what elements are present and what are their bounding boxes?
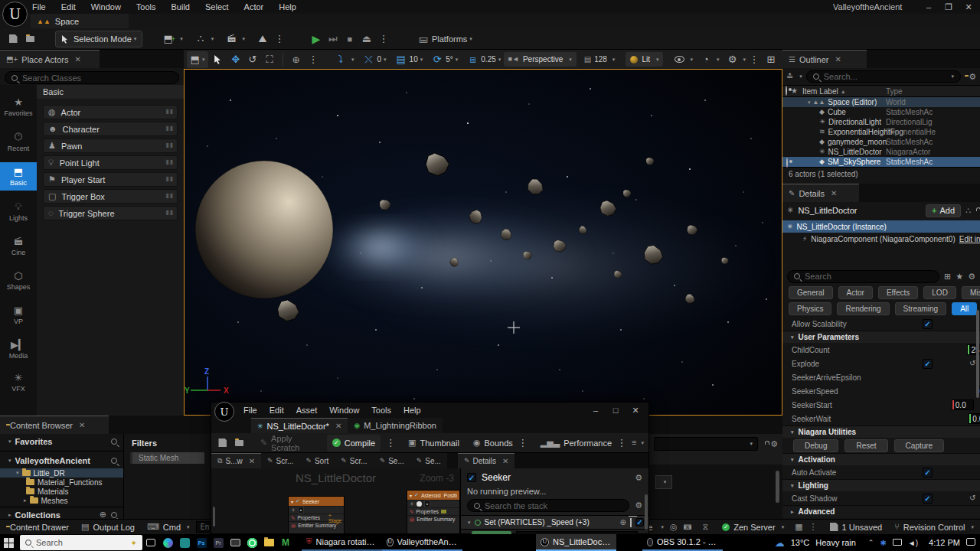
performance-viewmode-icon[interactable]: ◔ bbox=[697, 51, 714, 68]
edge-icon[interactable] bbox=[159, 535, 176, 550]
screen-percentage-dropdown[interactable]: ▤ 128▾ bbox=[584, 55, 616, 64]
snapshot-icon[interactable]: ◎ bbox=[670, 523, 678, 531]
view-mode-dropdown[interactable]: Lit▾ bbox=[626, 52, 663, 67]
display-app-icon[interactable] bbox=[227, 535, 243, 550]
doc-tab-se2[interactable]: ✎Se... bbox=[410, 453, 447, 468]
selection-mode-dropdown[interactable]: Selection Mode ▾ bbox=[55, 31, 142, 47]
scale-snap-icon[interactable]: ⧈ bbox=[464, 51, 481, 68]
asset-scrollbar[interactable] bbox=[776, 471, 779, 503]
outliner-tab[interactable]: ☰ Outliner ✕ bbox=[782, 50, 867, 68]
section-niagara-utilities[interactable]: ▾Niagara Utilities bbox=[782, 425, 980, 438]
allow-scalability-checkbox[interactable]: ✓ bbox=[923, 319, 933, 329]
outliner-row-directionallight[interactable]: ☀ DirectionalLightDirectionalLig bbox=[782, 117, 980, 127]
list-item-pawn[interactable]: ♟Pawn▮▮ bbox=[43, 139, 178, 153]
stack-settings-icon[interactable]: ⚙ bbox=[635, 501, 642, 510]
list-item-actor[interactable]: ◍Actor▮▮ bbox=[43, 105, 178, 119]
premiere-icon[interactable]: Pr bbox=[210, 535, 227, 550]
chevron-down-icon[interactable]: ▾ bbox=[952, 73, 955, 80]
m-app-icon[interactable]: M bbox=[277, 535, 294, 550]
perspective-dropdown[interactable]: ■◄ Perspective▾ bbox=[504, 52, 577, 67]
tab-ns-littledoctor[interactable]: ✳ NS_LittleDoctor* ✕ bbox=[251, 418, 348, 433]
actor-snap-icon[interactable]: ⤬ bbox=[361, 51, 377, 68]
outliner-search-input[interactable] bbox=[824, 72, 945, 81]
doc-tab-scratch1[interactable]: ✎Scr... bbox=[261, 453, 299, 468]
viewport-more-icon[interactable]: ⋮ bbox=[746, 51, 763, 68]
close-button[interactable]: ✕ bbox=[626, 406, 645, 416]
menu-tools[interactable]: Tools bbox=[371, 406, 391, 415]
minimize-button[interactable]: – bbox=[919, 2, 939, 11]
module-enabled-checkbox[interactable]: ✓ bbox=[635, 518, 644, 527]
rail-shapes[interactable]: ⬡Shapes bbox=[0, 266, 37, 295]
clock[interactable]: 4:12 PM bbox=[929, 538, 960, 547]
chip-all[interactable]: All bbox=[952, 302, 977, 315]
frame-skip-icon[interactable]: ⏭︎ bbox=[325, 31, 341, 47]
rotation-snap-icon[interactable]: ⟳ bbox=[429, 51, 446, 68]
details-tab[interactable]: ✎ Details ✕ bbox=[782, 184, 859, 202]
rail-basic[interactable]: ⬒Basic bbox=[0, 162, 37, 191]
save-icon[interactable] bbox=[5, 31, 21, 47]
menu-help[interactable]: Help bbox=[279, 2, 296, 11]
section-user-parameters[interactable]: ▾User Parameters bbox=[782, 331, 980, 343]
tab-m-lightningribbon[interactable]: ◉ M_LightningRibbon bbox=[348, 418, 443, 433]
cinematics-icon[interactable]: 🎬︎ bbox=[223, 31, 240, 47]
add-collection-icon[interactable]: ⊕ bbox=[100, 510, 106, 519]
outliner-row-skysphere[interactable]: ◆ SM_SkySphereStaticMeshAc bbox=[782, 157, 980, 167]
search-icon[interactable] bbox=[111, 458, 117, 464]
project-header[interactable]: ▾ValleyoftheAncient bbox=[0, 453, 123, 468]
chip-misc[interactable]: Misc bbox=[962, 286, 980, 299]
tree-item-littledr[interactable]: ▾Little_DR bbox=[0, 468, 123, 478]
menu-window[interactable]: Window bbox=[91, 2, 121, 11]
close-icon[interactable]: ✕ bbox=[79, 421, 85, 429]
outliner-settings-icon[interactable]: ⚙ bbox=[969, 73, 976, 81]
section-lighting[interactable]: ▾Lighting bbox=[782, 479, 980, 491]
platforms-dropdown[interactable]: 🖴︎ Platforms ▾ bbox=[413, 31, 478, 47]
section-advanced[interactable]: ▸Advanced bbox=[782, 505, 980, 517]
browse-icon[interactable] bbox=[233, 435, 247, 452]
menu-edit[interactable]: Edit bbox=[270, 406, 284, 415]
stop-icon[interactable]: ■ bbox=[341, 31, 358, 47]
taskbar-window-valley[interactable]: U ValleyoftheAncient - ... bbox=[382, 534, 462, 551]
component-row[interactable]: ⚡︎ NiagaraComponent (NiagaraComponent0) … bbox=[782, 233, 980, 245]
node-asteroid-position[interactable]: ▾✓Asteroid_Position ⚘▪ ✎Properties ▤Emit… bbox=[407, 490, 460, 533]
volume-icon[interactable]: ◄) bbox=[908, 539, 918, 547]
rail-media[interactable]: ▶▎Media bbox=[0, 335, 37, 364]
rail-vp[interactable]: ▣VP bbox=[0, 301, 37, 329]
status-more-icon[interactable]: ⋮ bbox=[809, 523, 818, 531]
blueprint-edit-icon[interactable]: ∴ bbox=[965, 207, 971, 215]
cast-shadow-checkbox[interactable]: ✓ bbox=[923, 494, 933, 504]
niagara-titlebar[interactable]: U File Edit Asset Window Tools Help – □ … bbox=[211, 403, 648, 418]
toolbar-overflow-menu[interactable]: ≡▾ bbox=[632, 439, 644, 447]
emitter-settings-icon[interactable]: ⚙ bbox=[635, 474, 642, 482]
display-filter-icon[interactable]: ⊞ bbox=[944, 272, 951, 281]
performance-options-icon[interactable]: ⋮ bbox=[615, 435, 629, 452]
favorites-icon[interactable]: ★ bbox=[956, 272, 963, 281]
menu-actor[interactable]: Actor bbox=[244, 2, 264, 11]
scale-tool-icon[interactable]: ⛶ bbox=[261, 51, 278, 68]
content-drawer-button[interactable]: Content Drawer bbox=[0, 523, 75, 532]
cmd-dropdown[interactable]: ⌨︎ Cmd▾ bbox=[141, 523, 196, 532]
eject-icon[interactable]: ⏏︎ bbox=[358, 31, 375, 47]
play-icon[interactable]: ▶ bbox=[308, 31, 325, 47]
auto-activate-checkbox[interactable]: ✓ bbox=[923, 468, 933, 478]
asset-view-dropdown[interactable]: ▾ bbox=[654, 437, 758, 451]
viewport-settings-icon[interactable]: ⚙ bbox=[724, 51, 740, 68]
niagara-graph[interactable]: NS_LittleDoctor Zoom -3 ▾✓Seeker ⚘▪ ✎Pro… bbox=[211, 468, 460, 533]
chip-effects[interactable]: Effects bbox=[878, 286, 918, 299]
node-seeker[interactable]: ▾✓Seeker ⚘▪ ✎Properties+ Stage ▤Emitter … bbox=[288, 496, 345, 533]
favorites-header[interactable]: ▾Favorites bbox=[0, 434, 123, 449]
taskbar-window-littledoctor[interactable]: U NS_LittleDoctor bbox=[536, 534, 616, 551]
tray-expand-icon[interactable]: ⌃ bbox=[868, 539, 874, 546]
pin-column-icon[interactable]: ★ bbox=[791, 87, 798, 95]
instance-row[interactable]: ✳ NS_LittleDoctor (Instance) bbox=[782, 220, 980, 233]
niagara-details-scrollbar[interactable] bbox=[645, 494, 648, 530]
chip-actor[interactable]: Actor bbox=[838, 286, 873, 299]
reset-button[interactable]: Reset bbox=[844, 439, 887, 452]
outliner-row-heightfog[interactable]: ≋ ExponentialHeightFogExponentialHe bbox=[782, 127, 980, 137]
close-icon[interactable]: ✕ bbox=[74, 55, 80, 64]
edit-in-code-link[interactable]: Edit in C bbox=[959, 235, 980, 243]
close-icon[interactable]: ✕ bbox=[831, 189, 837, 197]
photoshop-icon[interactable]: Ps bbox=[193, 535, 210, 550]
viewport-options-icon[interactable]: ⬒▾ bbox=[187, 51, 208, 68]
doc-tab-system[interactable]: ⧉ S...w✕ bbox=[211, 453, 261, 468]
output-log-button[interactable]: ▤ Output Log bbox=[75, 523, 141, 532]
